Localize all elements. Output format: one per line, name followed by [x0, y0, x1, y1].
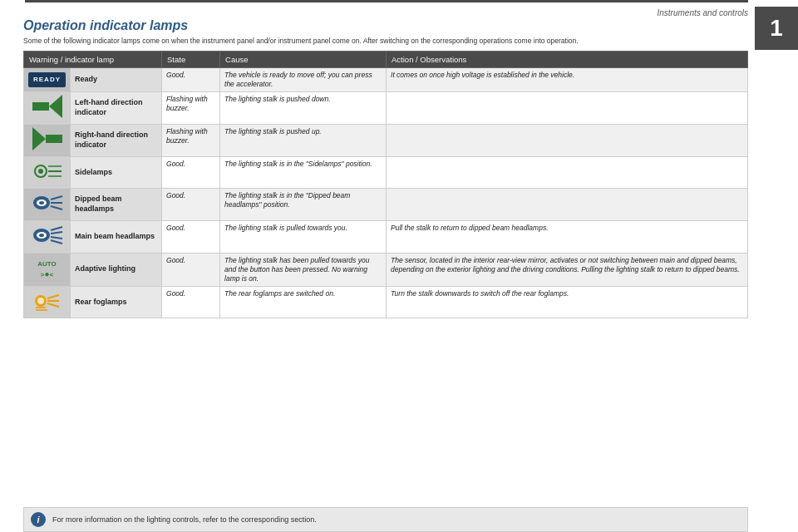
lamp-icon-cell — [24, 220, 71, 253]
lamp-action-cell: Pull the stalk to return to dipped beam … — [387, 220, 748, 253]
page-title: Operation indicator lamps — [23, 18, 748, 33]
lamp-cause-cell: The lighting stalk has been pulled towar… — [220, 253, 387, 286]
lamp-name-cell: Ready — [71, 68, 162, 92]
lamp-action-cell: The sensor, located in the interior rear… — [387, 253, 748, 286]
lamp-cause-cell: The lighting stalk is pushed up. — [220, 124, 387, 156]
lamp-state-cell: Flashing with buzzer. — [162, 124, 220, 156]
svg-line-24 — [47, 295, 59, 298]
svg-point-17 — [39, 234, 44, 237]
lamp-cause-cell: The lighting stalk is pushed down. — [220, 92, 387, 125]
lamp-icon-cell — [24, 124, 71, 156]
table-row: READY Ready Good. The vehicle is ready t… — [24, 68, 748, 92]
svg-line-26 — [47, 303, 59, 307]
lamp-action-cell — [387, 92, 748, 125]
lamp-name-cell: Right-hand direction indicator — [71, 124, 162, 156]
svg-line-19 — [51, 232, 62, 234]
svg-rect-1 — [32, 102, 49, 111]
lamp-icon-cell: AUTO>●< — [24, 253, 71, 286]
page-subtitle: Some of the following indicator lamps co… — [23, 37, 748, 46]
lamp-state-cell: Good. — [162, 253, 220, 286]
svg-marker-0 — [49, 95, 62, 118]
svg-rect-3 — [46, 135, 62, 143]
lamp-cause-cell: The lighting stalk is pulled towards you… — [220, 220, 387, 253]
lamp-icon-cell: READY — [24, 68, 71, 92]
lamp-state-cell: Good. — [162, 220, 220, 253]
table-row: Main beam headlamps Good. The lighting s… — [24, 220, 748, 253]
header-title: Instruments and controls — [658, 8, 749, 17]
table-row: AUTO>●< Adaptive lighting Good. The ligh… — [24, 253, 748, 286]
svg-line-12 — [51, 196, 62, 200]
table-row: Right-hand direction indicator Flashing … — [24, 124, 748, 156]
indicator-table: Warning / indicator lamp State Cause Act… — [23, 51, 748, 318]
lamp-cause-cell: The rear foglamps are switched on. — [220, 286, 387, 318]
chapter-number: 1 — [755, 7, 798, 50]
lamp-name-cell: Left-hand direction indicator — [71, 92, 162, 125]
lamp-icon-cell — [24, 286, 71, 318]
info-note: For more information on the lighting con… — [52, 515, 317, 524]
svg-line-20 — [51, 237, 62, 239]
lamp-cause-cell: The vehicle is ready to move off; you ca… — [220, 68, 387, 92]
lamp-icon-cell — [24, 189, 71, 221]
lamp-name-cell: Dipped beam headlamps — [71, 189, 162, 221]
col-header-cause: Cause — [220, 52, 387, 68]
lamp-name-cell: Main beam headlamps — [71, 220, 162, 253]
lamp-cause-cell: The lighting stalk is in the "Sidelamps"… — [220, 156, 387, 189]
lamp-state-cell: Flashing with buzzer. — [162, 92, 220, 125]
col-header-lamp: Warning / indicator lamp — [24, 52, 162, 68]
lamp-cause-cell: The lighting stalk is in the "Dipped bea… — [220, 189, 387, 221]
lamp-state-cell: Good. — [162, 286, 220, 318]
lamp-action-cell: Turn the stalk downwards to switch off t… — [387, 286, 748, 318]
lamp-state-cell: Good. — [162, 68, 220, 92]
lamp-action-cell — [387, 124, 748, 156]
lamp-action-cell — [387, 189, 748, 221]
lamp-icon-cell — [24, 156, 71, 189]
table-row: Sidelamps Good. The lighting stalk is in… — [24, 156, 748, 189]
lamp-name-cell: Sidelamps — [71, 156, 162, 189]
col-header-state: State — [162, 52, 220, 68]
svg-marker-2 — [32, 127, 46, 150]
lamp-action-cell — [387, 156, 748, 189]
table-row: Left-hand direction indicator Flashing w… — [24, 92, 748, 125]
info-icon: i — [31, 512, 46, 527]
svg-line-21 — [51, 240, 62, 244]
lamp-name-cell: Rear foglamps — [71, 286, 162, 318]
lamp-action-cell: It comes on once high voltage is establi… — [387, 68, 748, 92]
info-bar: i For more information on the lighting c… — [23, 507, 748, 532]
table-row: Rear foglamps Good. The rear foglamps ar… — [24, 286, 748, 318]
lamp-icon-cell — [24, 92, 71, 125]
lamp-name-cell: Adaptive lighting — [71, 253, 162, 286]
svg-point-11 — [39, 201, 44, 204]
svg-line-14 — [51, 206, 62, 209]
svg-line-18 — [51, 227, 62, 230]
svg-point-23 — [37, 298, 44, 304]
lamp-state-cell: Good. — [162, 156, 220, 189]
lamp-state-cell: Good. — [162, 189, 220, 221]
table-row: Dipped beam headlamps Good. The lighting… — [24, 189, 748, 221]
col-header-action: Action / Observations — [387, 52, 748, 68]
svg-point-5 — [38, 169, 43, 174]
